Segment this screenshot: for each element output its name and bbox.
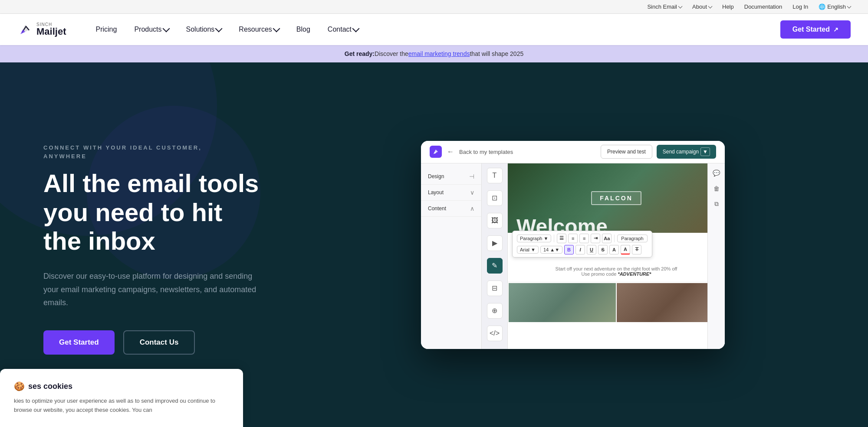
editor-logo-icon bbox=[430, 146, 442, 158]
list-ul-btn[interactable]: ☰ bbox=[557, 234, 566, 243]
hero-eyebrow: CONNECT WITH YOUR IDEAL CUSTOMER, ANYWHE… bbox=[43, 143, 260, 160]
chevron-down-icon bbox=[678, 4, 683, 8]
editor-action-buttons: Preview and test Send campaign ▼ bbox=[601, 145, 716, 159]
italic-btn[interactable]: I bbox=[575, 245, 585, 254]
toolbar-row-2: Arial ▼ 14 ▲▼ B I U S A A bbox=[517, 245, 648, 254]
image-tool-icon[interactable]: 🖼 bbox=[487, 213, 503, 228]
editor-sidebar: Design ⊣ Layout ∨ Content ∧ bbox=[421, 163, 482, 349]
chevron-down-icon bbox=[708, 4, 713, 8]
nav-contact[interactable]: Contact bbox=[319, 14, 367, 45]
nav-solutions[interactable]: Solutions bbox=[178, 14, 230, 45]
toolbar-separator-2 bbox=[614, 235, 615, 242]
expand-icon: ∨ bbox=[470, 189, 474, 196]
highlight-btn[interactable]: A bbox=[609, 245, 619, 254]
editor-body: Design ⊣ Layout ∨ Content ∧ T ⊡ bbox=[421, 163, 725, 349]
nav-links: Pricing Products Solutions Resources Blo… bbox=[87, 14, 780, 45]
email-preview: FALCON Welcome Paragraph ▼ ☰ ≡ bbox=[508, 163, 725, 349]
utility-help[interactable]: Help bbox=[722, 3, 734, 10]
font-family-select[interactable]: Arial ▼ bbox=[517, 246, 539, 254]
font-size-btn[interactable]: Aa bbox=[602, 234, 612, 243]
promo-code-value: *ADVENTURE* bbox=[618, 271, 651, 277]
bold-btn[interactable]: B bbox=[564, 245, 574, 254]
paragraph-style-select[interactable]: Paragraph ▼ bbox=[517, 235, 551, 242]
contact-chevron-icon bbox=[352, 25, 360, 33]
banner-link[interactable]: email marketing trends bbox=[408, 50, 470, 57]
chevron-down-icon bbox=[847, 4, 852, 8]
external-link-icon: ↗ bbox=[833, 26, 838, 33]
announcement-banner: Get ready: Discover the email marketing … bbox=[0, 45, 868, 62]
editor-preview-button[interactable]: Preview and test bbox=[601, 145, 652, 159]
editor-topbar: ← Back to my templates Preview and test … bbox=[421, 141, 725, 163]
paragraph-btn[interactable]: Paragraph bbox=[617, 235, 647, 242]
nav-pricing[interactable]: Pricing bbox=[87, 14, 125, 45]
nav-get-started-button[interactable]: Get Started ↗ bbox=[780, 20, 851, 39]
font-size-select[interactable]: 14 ▲▼ bbox=[540, 246, 562, 254]
underline-btn[interactable]: U bbox=[587, 245, 596, 254]
logo-mailjet-label: Mailjet bbox=[36, 27, 66, 36]
utility-docs[interactable]: Documentation bbox=[744, 3, 782, 10]
list-ol-btn[interactable]: ≡ bbox=[568, 234, 578, 243]
banner-text: Discover the bbox=[375, 50, 408, 57]
code-tool-icon[interactable]: </> bbox=[487, 326, 503, 341]
duplicate-icon[interactable]: ⧉ bbox=[710, 198, 723, 210]
editor-back-label[interactable]: Back to my templates bbox=[459, 149, 513, 155]
text-formatting-toolbar: Paragraph ▼ ☰ ≡ ≡ ⇥ Aa Paragraph bbox=[512, 231, 652, 258]
divider-tool-icon[interactable]: ⊟ bbox=[487, 280, 503, 296]
align-btn[interactable]: ≡ bbox=[579, 234, 589, 243]
banner-suffix: that will shape 2025 bbox=[470, 50, 523, 57]
hero-right: ← Back to my templates Preview and test … bbox=[295, 62, 868, 427]
strikethrough-btn[interactable]: S bbox=[598, 245, 608, 254]
hero-get-started-button[interactable]: Get Started bbox=[43, 330, 115, 355]
canvas-action-icons: 💬 🗑 ⧉ bbox=[707, 163, 725, 349]
clear-format-btn[interactable]: T̶ bbox=[632, 245, 641, 254]
sidebar-layout[interactable]: Layout ∨ bbox=[421, 185, 481, 201]
logo[interactable]: SINCH Mailjet bbox=[17, 22, 66, 37]
sidebar-design[interactable]: Design ⊣ bbox=[421, 169, 481, 185]
main-nav: SINCH Mailjet Pricing Products Solutions… bbox=[0, 14, 868, 45]
nav-resources[interactable]: Resources bbox=[230, 14, 287, 45]
editor-send-button[interactable]: Send campaign ▼ bbox=[657, 145, 716, 159]
globe-icon: 🌐 bbox=[819, 3, 825, 10]
resources-chevron-icon bbox=[273, 25, 280, 33]
cookie-title: ses cookies bbox=[14, 381, 229, 391]
promo-code-text: Use promo code *ADVENTURE* bbox=[516, 271, 716, 277]
solutions-chevron-icon bbox=[215, 25, 223, 33]
editor-mockup: ← Back to my templates Preview and test … bbox=[421, 141, 725, 349]
utility-bar: Sinch Email About Help Documentation Log… bbox=[0, 0, 868, 14]
editor-canvas: FALCON Welcome Paragraph ▼ ☰ ≡ bbox=[508, 163, 725, 349]
utility-sinch-email[interactable]: Sinch Email bbox=[647, 3, 682, 10]
video-tool-icon[interactable]: ▶ bbox=[487, 235, 503, 251]
editor-tools: T ⊡ 🖼 ▶ ✎ ⊟ ⊕ </> bbox=[482, 163, 508, 349]
promo-text: Start off your next adventure on the rig… bbox=[516, 266, 716, 271]
utility-login[interactable]: Log In bbox=[792, 3, 808, 10]
comment-icon[interactable]: 💬 bbox=[710, 167, 723, 179]
color-btn[interactable]: A bbox=[621, 245, 630, 254]
email-header-image: FALCON Welcome bbox=[508, 163, 725, 233]
hero-contact-us-button[interactable]: Contact Us bbox=[123, 330, 195, 355]
collapse-icon: ⊣ bbox=[469, 173, 474, 180]
products-chevron-icon bbox=[162, 25, 170, 33]
indent-btn[interactable]: ⇥ bbox=[591, 234, 600, 243]
nav-blog[interactable]: Blog bbox=[288, 14, 319, 45]
banner-strong: Get ready: bbox=[345, 50, 375, 57]
text-tool-icon[interactable]: T bbox=[487, 168, 503, 183]
image-select-tool-icon[interactable]: ⊡ bbox=[487, 190, 503, 206]
dropdown-arrow-icon: ▼ bbox=[700, 147, 710, 156]
social-tool-icon[interactable]: ⊕ bbox=[487, 303, 503, 319]
sidebar-content[interactable]: Content ∧ bbox=[421, 201, 481, 217]
nav-products[interactable]: Products bbox=[125, 14, 177, 45]
utility-about[interactable]: About bbox=[692, 3, 712, 10]
email-brand-name: FALCON bbox=[591, 191, 641, 205]
collapse-icon-content: ∧ bbox=[470, 205, 474, 212]
cookie-text: kies to optimize your user experience as… bbox=[14, 397, 229, 415]
hiker-image bbox=[509, 283, 616, 322]
hero-title: All the email tools you need to hit the … bbox=[43, 169, 260, 256]
hero-buttons: Get Started Contact Us bbox=[43, 330, 260, 355]
utility-language[interactable]: 🌐 English bbox=[819, 3, 851, 10]
edit-tool-icon[interactable]: ✎ bbox=[487, 258, 503, 274]
promo-block: Start off your next adventure on the rig… bbox=[508, 261, 725, 282]
cookie-banner: ses cookies kies to optimize your user e… bbox=[0, 369, 243, 427]
toolbar-row-1: Paragraph ▼ ☰ ≡ ≡ ⇥ Aa Paragraph bbox=[517, 234, 648, 243]
toolbar-separator-1 bbox=[554, 235, 554, 242]
delete-icon[interactable]: 🗑 bbox=[710, 183, 723, 195]
